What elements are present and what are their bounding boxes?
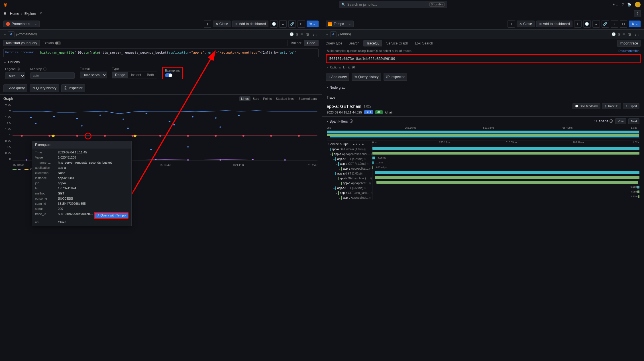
query-code[interactable]: histogram_quantile(.99,sum(rate(http_ser… xyxy=(40,50,297,55)
timeline-row[interactable] xyxy=(372,146,640,151)
type-range[interactable]: Range xyxy=(112,72,128,78)
span-row[interactable]: ⌄app-bAppApplicat...⎘ xyxy=(327,181,372,186)
history-icon[interactable]: 🕐 xyxy=(290,32,294,36)
minimap[interactable] xyxy=(327,130,640,139)
viz-points[interactable]: Points xyxy=(261,96,274,101)
export-button[interactable]: ↗ Export xyxy=(623,103,639,109)
timeline-row[interactable] xyxy=(372,175,640,180)
search-input[interactable]: 🔍 Search or jump to... ⌘ cmd+k xyxy=(339,1,447,8)
span-row[interactable]: ⌄app-aGET (4.25ms)⎘ xyxy=(327,157,372,161)
time-icon[interactable]: 🕐 xyxy=(270,20,278,28)
info-icon[interactable]: ⓘ xyxy=(350,119,353,124)
span-row[interactable]: ⌄app-aGET (1.01s)⎘ xyxy=(327,171,372,176)
delete-icon[interactable]: 🗑 xyxy=(628,32,631,36)
span-row[interactable]: ⌄app-aGET (6.58ms)⎘ xyxy=(327,186,372,190)
viz-lines[interactable]: Lines xyxy=(239,96,250,101)
share-icon[interactable]: ⚲ xyxy=(40,12,42,16)
add-dashboard-button[interactable]: ⊞ Add to dashboard xyxy=(232,21,268,27)
viz-stacked-bars[interactable]: Stacked bars xyxy=(297,96,318,101)
inspector-button[interactable]: ⓘ Inspector xyxy=(61,84,85,92)
query-history-button[interactable]: ↻ Query history xyxy=(30,84,59,92)
history-icon[interactable]: 🕐 xyxy=(612,32,616,36)
viz-stacked[interactable]: Stacked lines xyxy=(274,96,296,101)
format-select[interactable]: Time series xyxy=(80,72,107,78)
collapse-split-icon[interactable]: ⟨ xyxy=(634,10,641,17)
legend-select[interactable]: Auto xyxy=(5,72,25,79)
type-instant[interactable]: Instant xyxy=(128,72,144,78)
grafana-logo[interactable]: ◉ xyxy=(3,2,7,7)
prev-icon[interactable]: ⟨ xyxy=(574,20,582,28)
crumb-home[interactable]: Home xyxy=(10,12,19,16)
span-row[interactable]: ⌄app-cGET /cpu_task (...⎘ xyxy=(327,190,372,195)
collapse-icon[interactable]: ⌄ xyxy=(326,32,329,36)
eye-icon[interactable]: 👁 xyxy=(300,32,304,36)
add-icon[interactable]: + ⌄ xyxy=(613,3,618,7)
eye-icon[interactable]: 👁 xyxy=(622,32,626,36)
close-button[interactable]: ✕ Close xyxy=(517,21,535,27)
query-editor[interactable]: Metrics browser › histogram_quantile(.99… xyxy=(3,48,319,57)
split-icon[interactable]: ⫿ xyxy=(508,20,515,28)
time-icon[interactable]: 🕐 xyxy=(583,20,591,28)
minstep-input[interactable] xyxy=(30,72,75,79)
node-graph-row[interactable]: ›Node graph xyxy=(322,83,644,92)
query-history-button[interactable]: ↻ Query history xyxy=(352,73,381,81)
code-tab[interactable]: Code xyxy=(304,40,318,46)
next-span[interactable]: Next xyxy=(628,118,639,124)
zoom-out-icon[interactable]: ⊖ xyxy=(620,20,627,28)
link-icon[interactable]: 🔗 xyxy=(288,20,296,28)
run-button[interactable]: ↻ ⌄ xyxy=(629,21,641,27)
exemplars-toggle[interactable] xyxy=(165,73,172,77)
delete-icon[interactable]: 🗑 xyxy=(306,32,309,36)
metrics-browser[interactable]: Metrics browser xyxy=(5,50,34,55)
viz-bars[interactable]: Bars xyxy=(251,96,261,101)
traceql-input[interactable]: 505101b6673ef8ac1eb623b839d96180 xyxy=(326,54,641,63)
datasource-picker[interactable]: Tempo xyxy=(326,21,354,27)
explain-toggle[interactable] xyxy=(55,41,61,45)
copy-icon[interactable]: ⎘ xyxy=(296,32,298,36)
documentation-link[interactable]: Documentation xyxy=(618,49,639,52)
query-letter[interactable]: A xyxy=(8,31,15,37)
avatar[interactable] xyxy=(635,2,641,7)
tab-search[interactable]: Search xyxy=(346,40,362,46)
time-dropdown-icon[interactable]: ⌄ xyxy=(279,20,287,28)
timeline-row[interactable] xyxy=(372,170,640,175)
news-icon[interactable]: 📡 xyxy=(627,3,631,7)
timeline-row[interactable]: 1.2ms xyxy=(372,161,640,165)
add-query-button[interactable]: + Add query xyxy=(326,73,350,81)
trace-id-button[interactable]: ⎘ Trace ID xyxy=(602,103,621,109)
editor-mode-toggle[interactable]: Builder Code xyxy=(288,40,318,46)
tab-service-graph[interactable]: Service Graph xyxy=(383,40,411,46)
timeline-row[interactable]: 6.58ms xyxy=(372,185,640,190)
drag-icon[interactable]: ⋮⋮ xyxy=(312,32,319,36)
drag-icon[interactable]: ⋮⋮ xyxy=(634,32,641,36)
type-segment[interactable]: Range Instant Both xyxy=(112,72,157,78)
span-row[interactable]: ⌄app-aGET /chain (1.02s)⎘ xyxy=(327,147,372,152)
add-query-button[interactable]: + Add query xyxy=(3,84,27,92)
service-header[interactable]: Service & Ope... ⌄›⌄» xyxy=(327,141,372,147)
split-icon[interactable]: ⫿ xyxy=(204,20,211,28)
span-row[interactable]: ⌄app-aAppApplication.chain (1...⎘ xyxy=(327,152,372,157)
builder-tab[interactable]: Builder xyxy=(288,40,304,46)
options-toggle[interactable]: ⌄Options xyxy=(0,58,322,66)
prev-span[interactable]: Prev xyxy=(615,118,626,124)
tempo-options[interactable]: ›OptionsLimit: 20 xyxy=(322,64,644,71)
copy-icon[interactable]: ⎘ xyxy=(618,32,620,36)
time-dropdown-icon[interactable]: ⌄ xyxy=(592,20,600,28)
span-row[interactable]: ⌄app-aGET / (1.2ms)⎘ xyxy=(327,161,372,166)
link-icon[interactable]: 🔗 xyxy=(602,20,609,28)
crumb-explore[interactable]: Explore xyxy=(25,12,36,16)
timeline-row[interactable] xyxy=(372,180,640,185)
zoom-out-icon[interactable]: ⊖ xyxy=(297,20,305,28)
kick-start-button[interactable]: Kick start your query xyxy=(3,40,40,46)
tab-loki-search[interactable]: Loki Search xyxy=(412,40,436,46)
datasource-picker[interactable]: Prometheus xyxy=(3,21,40,27)
type-both[interactable]: Both xyxy=(144,72,157,78)
tab-traceql[interactable]: TraceQL xyxy=(363,40,382,46)
timeline-row[interactable]: 2.31ms xyxy=(372,194,640,199)
run-button[interactable]: ↻ ⌄ xyxy=(307,21,318,27)
import-trace-button[interactable]: Import trace xyxy=(617,40,641,47)
timeline-row[interactable]: 4.25ms xyxy=(372,156,640,161)
span-filters-label[interactable]: Span Filters xyxy=(330,119,348,123)
feedback-button[interactable]: 💬 Give feedback xyxy=(572,103,600,109)
close-button[interactable]: ✕ Close xyxy=(213,21,231,27)
